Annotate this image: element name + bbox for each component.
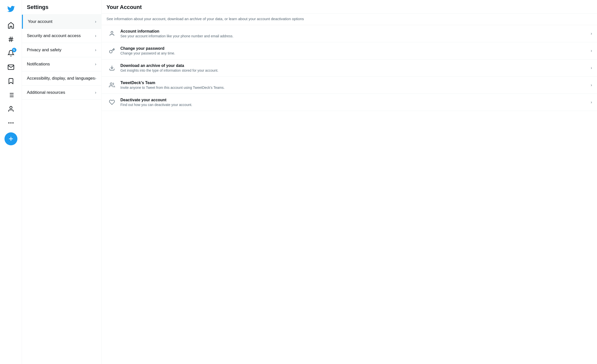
download-archive-title: Download an archive of your data	[120, 63, 591, 68]
svg-line-2	[10, 37, 10, 42]
download-icon	[106, 65, 117, 71]
chevron-icon: ›	[591, 83, 592, 87]
nav-item-privacy[interactable]: Privacy and safety ›	[22, 43, 101, 57]
sidebar-item-messages[interactable]	[4, 61, 17, 74]
nav-item-notifications[interactable]: Notifications ›	[22, 57, 101, 71]
person-icon	[106, 31, 117, 37]
deactivate-desc: Find out how you can deactivate your acc…	[120, 103, 591, 107]
chevron-icon: ›	[95, 76, 96, 81]
sidebar-item-notifications[interactable]: 5	[4, 47, 17, 60]
svg-point-13	[8, 123, 9, 123]
notification-badge: 5	[12, 48, 16, 52]
people-icon	[106, 82, 117, 88]
deactivate-account-item[interactable]: Deactivate your account Find out how you…	[101, 94, 597, 111]
key-icon	[106, 48, 117, 54]
sidebar-item-more[interactable]	[4, 116, 17, 129]
sidebar-item-home[interactable]	[4, 19, 17, 32]
chevron-icon: ›	[95, 34, 96, 38]
svg-point-14	[111, 31, 113, 33]
tweetdeck-desc: Invite anyone to Tweet from this account…	[120, 86, 591, 90]
chevron-icon: ›	[95, 62, 96, 66]
sidebar-item-explore[interactable]	[4, 33, 17, 46]
chevron-icon: ›	[591, 66, 592, 70]
tweetdeck-title: TweetDeck's Team	[120, 81, 591, 85]
main-content: Your Account See information about your …	[101, 0, 597, 364]
twitter-logo[interactable]	[4, 2, 18, 17]
compose-button[interactable]	[4, 132, 17, 145]
chevron-icon: ›	[591, 31, 592, 36]
nav-item-security[interactable]: Security and account access ›	[22, 29, 101, 43]
sidebar-item-bookmarks[interactable]	[4, 75, 17, 88]
heart-broken-icon	[106, 99, 117, 105]
nav-item-accessibility[interactable]: Accessibility, display, and languages ›	[22, 71, 101, 86]
chevron-icon: ›	[591, 49, 592, 53]
sidebar-item-lists[interactable]	[4, 89, 17, 102]
svg-point-10	[10, 106, 12, 109]
main-subtitle: See information about your account, down…	[101, 14, 597, 25]
account-info-title: Account information	[120, 29, 591, 34]
sidebar-item-profile[interactable]	[4, 103, 17, 115]
chevron-icon: ›	[591, 100, 592, 104]
change-password-item[interactable]: Change your password Change your passwor…	[101, 42, 597, 59]
settings-title: Settings	[22, 0, 101, 15]
settings-panel: Settings Your account › Security and acc…	[22, 0, 101, 364]
tweetdeck-team-item[interactable]: TweetDeck's Team Invite anyone to Tweet …	[101, 77, 597, 94]
svg-point-12	[13, 123, 13, 123]
svg-line-3	[11, 37, 12, 42]
chevron-icon: ›	[95, 90, 96, 95]
account-info-desc: See your account information like your p…	[120, 34, 591, 38]
chevron-icon: ›	[95, 48, 96, 52]
account-information-item[interactable]: Account information See your account inf…	[101, 25, 597, 42]
nav-item-your-account[interactable]: Your account ›	[22, 15, 101, 29]
deactivate-title: Deactivate your account	[120, 98, 591, 102]
nav-item-additional[interactable]: Additional resources ›	[22, 86, 101, 100]
main-title: Your Account	[101, 0, 597, 14]
change-password-title: Change your password	[120, 46, 591, 51]
svg-point-16	[110, 83, 112, 85]
change-password-desc: Change your password at any time.	[120, 51, 591, 55]
chevron-icon: ›	[95, 19, 96, 24]
download-archive-desc: Get insights into the type of informatio…	[120, 68, 591, 72]
svg-point-11	[10, 123, 11, 123]
download-archive-item[interactable]: Download an archive of your data Get ins…	[101, 59, 597, 77]
sidebar: 5	[0, 0, 22, 364]
